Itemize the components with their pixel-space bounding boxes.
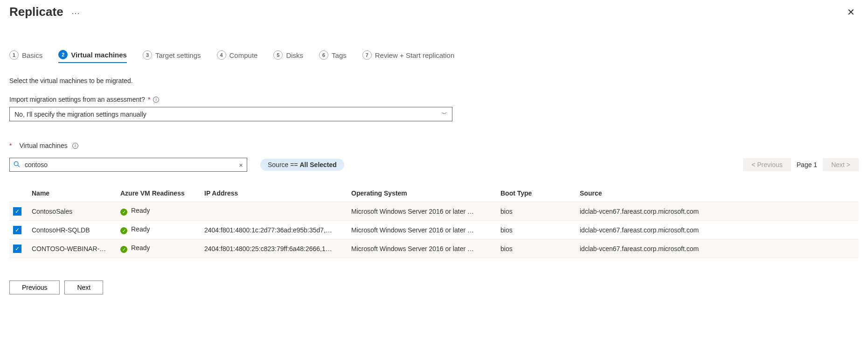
tab-label: Virtual machines — [71, 51, 127, 59]
ready-check-icon: ✓ — [120, 227, 127, 234]
row-checkbox[interactable]: ✓ — [13, 245, 21, 253]
cell-os: Microsoft Windows Server 2016 or later … — [347, 221, 497, 239]
virtual-machines-table: Name Azure VM Readiness IP Address Opera… — [9, 185, 859, 258]
ready-check-icon: ✓ — [120, 246, 127, 253]
cell-ip: 2404:f801:4800:1c:2d77:36ad:e95b:35d7,… — [201, 221, 347, 239]
cell-readiness: ✓Ready — [117, 239, 201, 258]
tab-label: Tags — [332, 51, 347, 59]
source-filter-pill[interactable]: Source == All Selected — [260, 159, 344, 171]
cell-ip: 2404:f801:4800:25:c823:79ff:6a48:2666,1… — [201, 239, 347, 258]
clear-search-icon[interactable]: × — [239, 161, 243, 169]
step-number: 5 — [273, 50, 283, 60]
close-icon[interactable]: ✕ — [843, 5, 859, 20]
cell-source: idclab-vcen67.fareast.corp.microsoft.com — [576, 239, 859, 258]
filter-prefix: Source == — [268, 161, 300, 168]
step-number: 2 — [58, 50, 68, 59]
chevron-down-icon: ﹀ — [442, 110, 447, 118]
tab-label: Target settings — [155, 51, 201, 59]
tab-basics[interactable]: 1 Basics — [9, 50, 42, 63]
next-button[interactable]: Next — [64, 280, 103, 294]
cell-readiness: ✓Ready — [117, 202, 201, 221]
tab-label: Disks — [286, 51, 303, 59]
svg-line-1 — [18, 165, 20, 167]
pagination: < Previous Page 1 Next > — [743, 158, 859, 171]
import-settings-label: Import migration settings from an assess… — [9, 96, 859, 103]
cell-name: CONTOSO-WEBINAR-… — [28, 239, 117, 258]
more-actions-icon[interactable]: ··· — [72, 8, 80, 18]
table-row[interactable]: ✓ ContosoSales ✓Ready Microsoft Windows … — [9, 202, 859, 221]
required-indicator: * — [9, 142, 12, 149]
ready-check-icon: ✓ — [120, 209, 127, 216]
table-row[interactable]: ✓ CONTOSO-WEBINAR-… ✓Ready 2404:f801:480… — [9, 239, 859, 258]
wizard-footer: Previous Next — [9, 280, 859, 294]
info-icon[interactable]: i — [72, 143, 78, 149]
table-row[interactable]: ✓ ContosoHR-SQLDB ✓Ready 2404:f801:4800:… — [9, 221, 859, 239]
step-number: 4 — [217, 50, 226, 60]
previous-page-button[interactable]: < Previous — [743, 158, 791, 171]
next-page-button[interactable]: Next > — [823, 158, 859, 171]
tab-label: Review + Start replication — [375, 51, 455, 59]
row-checkbox[interactable]: ✓ — [13, 207, 21, 216]
vm-search-box[interactable]: × — [9, 158, 247, 172]
col-header-os[interactable]: Operating System — [347, 185, 497, 202]
col-header-boot[interactable]: Boot Type — [497, 185, 576, 202]
step-number: 3 — [143, 50, 152, 60]
col-header-ip[interactable]: IP Address — [201, 185, 347, 202]
import-settings-select[interactable]: No, I'll specify the migration settings … — [9, 107, 452, 121]
tab-label: Basics — [22, 51, 42, 59]
cell-ip — [201, 202, 347, 221]
cell-boot: bios — [497, 239, 576, 258]
tab-disks[interactable]: 5 Disks — [273, 50, 303, 63]
cell-os: Microsoft Windows Server 2016 or later … — [347, 202, 497, 221]
cell-name: ContosoHR-SQLDB — [28, 221, 117, 239]
step-number: 1 — [9, 50, 19, 60]
tab-virtual-machines[interactable]: 2 Virtual machines — [58, 50, 127, 63]
cell-boot: bios — [497, 202, 576, 221]
col-header-readiness[interactable]: Azure VM Readiness — [117, 185, 201, 202]
tab-target-settings[interactable]: 3 Target settings — [143, 50, 201, 63]
cell-readiness: ✓Ready — [117, 221, 201, 239]
cell-source: idclab-vcen67.fareast.corp.microsoft.com — [576, 221, 859, 239]
page-title: Replicate — [9, 5, 63, 19]
col-header-source[interactable]: Source — [576, 185, 859, 202]
tab-label: Compute — [229, 51, 258, 59]
page-indicator: Page 1 — [797, 161, 817, 168]
required-indicator: * — [148, 96, 150, 103]
select-value: No, I'll specify the migration settings … — [14, 111, 146, 118]
step-number: 6 — [319, 50, 328, 60]
cell-os: Microsoft Windows Server 2016 or later … — [347, 239, 497, 258]
cell-name: ContosoSales — [28, 202, 117, 221]
search-icon — [14, 161, 20, 169]
step-number: 7 — [362, 50, 372, 60]
virtual-machines-label: * Virtual machines i — [9, 142, 859, 149]
wizard-tabs: 1 Basics 2 Virtual machines 3 Target set… — [9, 50, 859, 63]
info-icon[interactable]: i — [153, 97, 159, 103]
vm-search-input[interactable] — [24, 161, 235, 169]
filter-value: All Selected — [300, 161, 337, 168]
row-checkbox[interactable]: ✓ — [13, 226, 21, 234]
col-header-name[interactable]: Name — [28, 185, 117, 202]
section-description: Select the virtual machines to be migrat… — [9, 77, 859, 84]
previous-button[interactable]: Previous — [9, 280, 60, 294]
tab-review-start[interactable]: 7 Review + Start replication — [362, 50, 455, 63]
tab-tags[interactable]: 6 Tags — [319, 50, 347, 63]
cell-source: idclab-vcen67.fareast.corp.microsoft.com — [576, 202, 859, 221]
cell-boot: bios — [497, 221, 576, 239]
svg-point-0 — [14, 161, 18, 166]
tab-compute[interactable]: 4 Compute — [217, 50, 258, 63]
